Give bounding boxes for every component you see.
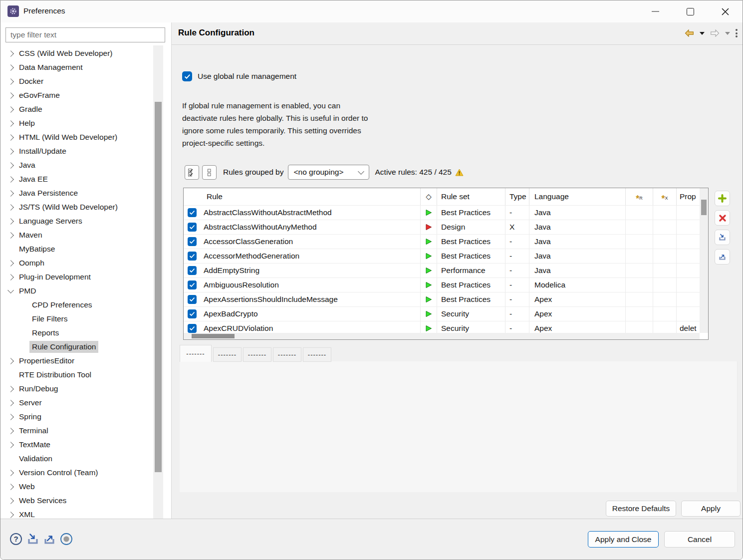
sidebar-scrollbar-thumb[interactable] <box>155 102 162 472</box>
sidebar-item-rte-distribution-tool[interactable]: RTE Distribution Tool <box>0 368 153 382</box>
sidebar-item-data-management[interactable]: Data Management <box>0 60 153 74</box>
table-horizontal-scrollbar[interactable] <box>184 333 700 339</box>
help-button[interactable]: ? <box>9 533 22 548</box>
maximize-button[interactable] <box>673 0 708 22</box>
remove-rule-button[interactable] <box>715 210 730 226</box>
sidebar-item-plug-in-development[interactable]: Plug-in Development <box>0 270 153 284</box>
sidebar-item-java-persistence[interactable]: Java Persistence <box>0 186 153 200</box>
table-row[interactable]: ApexCRUDViolationSecurity-Apexdelet <box>184 321 700 333</box>
chevron-right-icon[interactable] <box>7 470 14 476</box>
chevron-right-icon[interactable] <box>7 106 14 113</box>
chevron-right-icon[interactable] <box>7 134 14 141</box>
back-button[interactable] <box>685 29 694 37</box>
rule-detail-tab-1[interactable]: ------- <box>180 345 212 362</box>
restore-defaults-button[interactable]: Restore Defaults <box>606 501 676 517</box>
sidebar-item-run-debug[interactable]: Run/Debug <box>0 382 153 396</box>
chevron-right-icon[interactable] <box>7 512 14 518</box>
sidebar-item-html-wild-web-developer[interactable]: HTML (Wild Web Developer) <box>0 130 153 144</box>
export-preferences-button[interactable] <box>43 533 55 547</box>
rule-checkbox[interactable] <box>188 309 197 318</box>
header-priority[interactable]: ◇ <box>420 188 437 205</box>
chevron-down-icon[interactable] <box>7 287 14 293</box>
use-global-checkbox[interactable] <box>182 71 192 81</box>
sidebar-item-oomph[interactable]: Oomph <box>0 256 153 270</box>
chevron-right-icon[interactable] <box>7 484 14 490</box>
chevron-right-icon[interactable] <box>7 120 14 127</box>
cancel-button[interactable]: Cancel <box>664 531 735 548</box>
back-history-dropdown-icon[interactable] <box>700 32 705 35</box>
sidebar-item-cpd-preferences[interactable]: CPD Preferences <box>0 298 153 312</box>
sidebar-item-file-filters[interactable]: File Filters <box>0 312 153 326</box>
chevron-right-icon[interactable] <box>7 498 14 504</box>
export-rules-button[interactable] <box>715 249 730 265</box>
uncheck-all-rules-button[interactable] <box>202 165 217 180</box>
chevron-right-icon[interactable] <box>7 414 14 420</box>
record-preferences-button[interactable] <box>60 533 73 548</box>
rule-checkbox[interactable] <box>188 208 197 217</box>
header-xpath-icon[interactable]: *X <box>653 188 676 205</box>
chevron-right-icon[interactable] <box>7 428 14 434</box>
table-row[interactable]: AccessorMethodGenerationBest Practices-J… <box>184 249 700 263</box>
sidebar-item-web-services[interactable]: Web Services <box>0 494 153 508</box>
sidebar-item-terminal[interactable]: Terminal <box>0 424 153 438</box>
chevron-right-icon[interactable] <box>7 358 14 364</box>
rule-detail-tab-3[interactable]: ------- <box>243 347 271 362</box>
chevron-right-icon[interactable] <box>7 274 14 280</box>
rule-checkbox[interactable] <box>188 295 197 304</box>
chevron-right-icon[interactable] <box>7 176 14 183</box>
sidebar-item-js-ts-wild-web-developer[interactable]: JS/TS (Wild Web Developer) <box>0 200 153 214</box>
forward-history-dropdown-icon[interactable] <box>725 32 730 35</box>
sidebar-item-maven[interactable]: Maven <box>0 228 153 242</box>
view-menu-icon[interactable] <box>736 29 738 37</box>
chevron-right-icon[interactable] <box>7 190 14 197</box>
grouping-select[interactable]: <no grouping> <box>288 165 369 180</box>
table-vscroll-thumb[interactable] <box>701 200 707 215</box>
rule-detail-tab-5[interactable]: ------- <box>303 347 331 362</box>
chevron-right-icon[interactable] <box>7 64 14 71</box>
chevron-right-icon[interactable] <box>7 50 14 57</box>
sidebar-item-version-control-team[interactable]: Version Control (Team) <box>0 466 153 480</box>
sidebar-item-reports[interactable]: Reports <box>0 326 153 340</box>
check-all-rules-button[interactable] <box>185 165 199 180</box>
chevron-right-icon[interactable] <box>7 92 14 99</box>
chevron-right-icon[interactable] <box>7 162 14 169</box>
header-language[interactable]: Language <box>529 188 625 205</box>
chevron-right-icon[interactable] <box>7 78 14 85</box>
chevron-right-icon[interactable] <box>7 386 14 392</box>
table-row[interactable]: AmbiguousResolutionBest Practices-Modeli… <box>184 278 700 292</box>
rule-checkbox[interactable] <box>188 324 197 333</box>
sidebar-item-language-servers[interactable]: Language Servers <box>0 214 153 228</box>
sidebar-item-java[interactable]: Java <box>0 158 153 172</box>
header-rule-set[interactable]: Rule set <box>437 188 505 205</box>
sidebar-item-xml[interactable]: XML <box>0 508 153 520</box>
sidebar-item-validation[interactable]: Validation <box>0 452 153 466</box>
table-row[interactable]: AccessorClassGenerationBest Practices-Ja… <box>184 234 700 249</box>
import-preferences-button[interactable] <box>27 533 39 547</box>
sidebar-item-css-wild-web-developer[interactable]: CSS (Wild Web Developer) <box>0 46 153 60</box>
apply-button[interactable]: Apply <box>681 501 741 517</box>
table-row[interactable]: AddEmptyStringPerformance-Java <box>184 263 700 278</box>
sidebar-item-textmate[interactable]: TextMate <box>0 438 153 452</box>
sidebar-item-spring[interactable]: Spring <box>0 410 153 424</box>
header-properties[interactable]: Prop <box>676 188 700 205</box>
sidebar-item-mybatipse[interactable]: MyBatipse <box>0 242 153 256</box>
use-global-rule-management[interactable]: Use global rule management <box>182 71 296 81</box>
table-hscroll-thumb[interactable] <box>192 334 235 338</box>
sidebar-item-java-ee[interactable]: Java EE <box>0 172 153 186</box>
table-row[interactable]: ApexAssertionsShouldIncludeMessageBest P… <box>184 292 700 306</box>
sidebar-item-web[interactable]: Web <box>0 480 153 494</box>
rule-detail-tab-2[interactable]: ------- <box>213 347 242 362</box>
header-rule-reference-icon[interactable]: *R <box>625 188 653 205</box>
import-rules-button[interactable] <box>715 230 730 245</box>
chevron-right-icon[interactable] <box>7 400 14 406</box>
header-type[interactable]: Type <box>505 188 529 205</box>
header-rule[interactable]: Rule <box>201 188 420 205</box>
table-row[interactable]: AbstractClassWithoutAnyMethodDesignXJava <box>184 220 700 234</box>
sidebar-item-pmd[interactable]: PMD <box>0 284 153 298</box>
forward-button[interactable] <box>710 29 720 37</box>
table-row[interactable]: AbstractClassWithoutAbstractMethodBest P… <box>184 205 700 220</box>
sidebar-item-help[interactable]: Help <box>0 116 153 130</box>
filter-input[interactable] <box>5 27 165 42</box>
chevron-right-icon[interactable] <box>7 204 14 211</box>
sidebar-item-install-update[interactable]: Install/Update <box>0 144 153 158</box>
